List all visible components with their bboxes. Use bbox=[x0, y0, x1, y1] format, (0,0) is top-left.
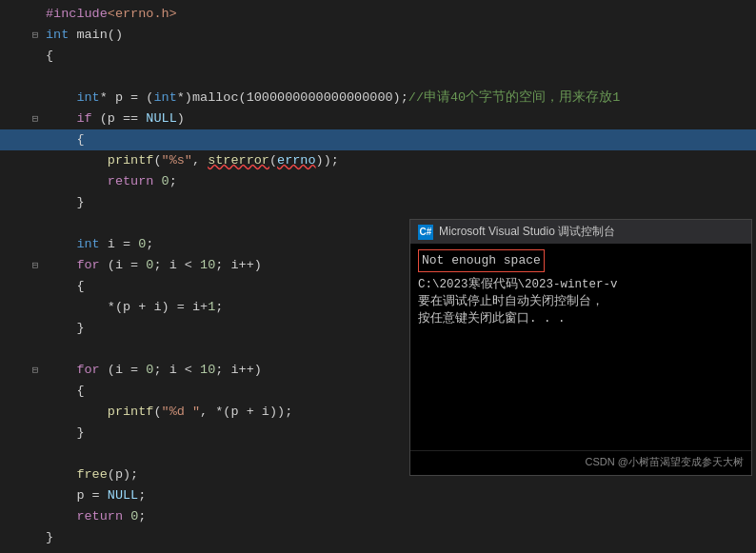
line-content: } bbox=[42, 192, 756, 213]
line-content: printf("%s", strerror(errno)); bbox=[42, 150, 756, 171]
line-content: #include<errno.h> bbox=[42, 4, 756, 25]
fold-indicator[interactable]: ⊟ bbox=[29, 255, 42, 276]
code-line-24: p = NULL; bbox=[0, 485, 756, 506]
fold-indicator[interactable]: ⊟ bbox=[29, 25, 42, 46]
line-content: { bbox=[42, 46, 756, 67]
code-line-6: ⊟ if (p == NULL) bbox=[0, 109, 756, 129]
console-titlebar: C# Microsoft Visual Studio 调试控制台 bbox=[410, 220, 751, 244]
line-content bbox=[42, 67, 756, 88]
console-close-msg2: 按任意键关闭此窗口. . . bbox=[418, 310, 744, 327]
console-body: Not enough space C:\2023寒假代码\2023-winter… bbox=[410, 244, 751, 450]
code-line-5: int* p = (int*)malloc(100000000000000000… bbox=[0, 88, 756, 109]
line-content: p = NULL; bbox=[42, 485, 756, 506]
code-line-25: return 0; bbox=[0, 506, 756, 527]
code-line-2: ⊟ int main() bbox=[0, 25, 756, 46]
code-line-8: printf("%s", strerror(errno)); bbox=[0, 150, 756, 171]
console-title: Microsoft Visual Studio 调试控制台 bbox=[439, 224, 615, 240]
line-content: { bbox=[42, 129, 756, 150]
code-line-1: #include<errno.h> bbox=[0, 4, 756, 25]
console-window: C# Microsoft Visual Studio 调试控制台 Not eno… bbox=[409, 219, 752, 476]
console-close-msg: 要在调试停止时自动关闭控制台， bbox=[418, 293, 744, 310]
code-line-4 bbox=[0, 67, 756, 88]
line-content: if (p == NULL) bbox=[42, 109, 756, 129]
code-line-9: return 0; bbox=[0, 171, 756, 192]
code-line-26: } bbox=[0, 527, 756, 548]
line-content: } bbox=[42, 527, 756, 548]
code-line-10: } bbox=[0, 192, 756, 213]
fold-indicator[interactable]: ⊟ bbox=[29, 360, 42, 381]
line-content: int main() bbox=[42, 25, 756, 46]
console-footer: CSDN @小树苗渴望变成参天大树 bbox=[410, 450, 751, 475]
code-line-3: { bbox=[0, 46, 756, 67]
vs-icon: C# bbox=[418, 225, 433, 240]
code-line-7: { bbox=[0, 129, 756, 150]
fold-indicator[interactable]: ⊟ bbox=[29, 109, 42, 129]
console-error-text: Not enough space bbox=[418, 249, 545, 272]
line-content: return 0; bbox=[42, 171, 756, 192]
console-error-box: Not enough space bbox=[418, 249, 744, 276]
console-path: C:\2023寒假代码\2023-winter-v bbox=[418, 276, 744, 293]
line-content: int* p = (int*)malloc(100000000000000000… bbox=[42, 88, 756, 109]
line-content: return 0; bbox=[42, 506, 756, 527]
